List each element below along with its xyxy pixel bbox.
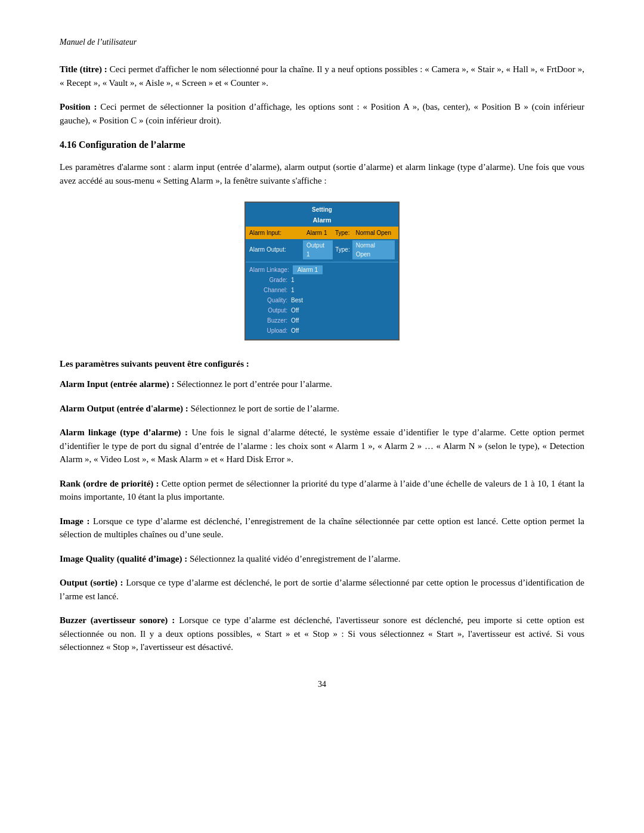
param-text-4: Lorsque ce type d’alarme est déclenché, …	[60, 516, 584, 540]
alarm-input-type-value: Normal Open	[352, 228, 394, 238]
linkage-row-5: Buzzer: Off	[249, 315, 395, 326]
position-label: Position :	[60, 102, 97, 112]
param-text-1: Sélectionnez le port de sortie de l’alar…	[188, 404, 339, 413]
title-text: Ceci permet d'afficher le nom sélectionn…	[60, 64, 584, 88]
linkage-label-6: Upload:	[249, 326, 291, 335]
linkage-row-0: Alarm Linkage: Alarm 1	[249, 265, 395, 275]
linkage-value-2: 1	[291, 286, 295, 295]
title-paragraph: Title (titre) : Ceci permet d'afficher l…	[60, 63, 584, 89]
alarm-output-type-label: Type:	[335, 245, 349, 254]
alarm-input-label: Alarm Input:	[249, 228, 303, 237]
page-number: 34	[60, 678, 584, 690]
param-label-5: Image Quality (qualité d’image) :	[60, 554, 187, 563]
alarm-screen: Setting Alarm Alarm Input: Alarm 1 Type:…	[244, 202, 400, 340]
alarm-output-label: Alarm Output:	[249, 245, 303, 254]
alarm-output-row: Alarm Output: Output 1 Type: Normal Open	[246, 239, 398, 261]
linkage-value-4: Off	[291, 306, 299, 315]
params-title: Les paramètres suivants peuvent être con…	[60, 357, 584, 371]
section-416-title: 4.16 Configuration de l’alarme	[60, 138, 584, 152]
position-text: Ceci permet de sélectionner la position …	[60, 102, 584, 125]
param-label-2: Alarm linkage (type d’alarme) :	[60, 428, 188, 437]
alarm-input-row: Alarm Input: Alarm 1 Type: Normal Open	[246, 227, 398, 239]
param-1: Alarm Output (entrée d'alarme) : Sélecti…	[60, 402, 584, 416]
linkage-label-1: Grade:	[249, 275, 291, 284]
param-4: Image : Lorsque ce type d’alarme est déc…	[60, 515, 584, 541]
param-label-0: Alarm Input (entrée alarme) :	[60, 379, 174, 389]
screen-title: Alarm	[246, 214, 398, 227]
linkage-value-3: Best	[291, 296, 303, 305]
screen-separator	[246, 262, 398, 262]
param-5: Image Quality (qualité d’image) : Sélect…	[60, 552, 584, 566]
param-text-5: Sélectionnez la qualité vidéo d’enregist…	[187, 554, 400, 563]
linkage-label-4: Output:	[249, 306, 291, 315]
param-text-6: Lorsque ce type d’alarme est déclenché, …	[60, 578, 584, 601]
linkage-label-0: Alarm Linkage:	[249, 265, 293, 274]
alarm-output-type-value: Normal Open	[352, 240, 395, 259]
document-header: Manuel de l’utilisateur	[60, 36, 584, 48]
linkage-row-1: Grade: 1	[249, 275, 395, 285]
param-label-7: Buzzer (avertisseur sonore) :	[60, 615, 175, 625]
linkage-label-3: Quality:	[249, 296, 291, 305]
linkage-value-5: Off	[291, 316, 299, 325]
param-label-6: Output (sortie) :	[60, 578, 123, 587]
section-416-intro: Les paramètres d'alarme sont : alarm inp…	[60, 160, 584, 187]
param-7: Buzzer (avertisseur sonore) : Lorsque ce…	[60, 614, 584, 654]
alarm-screen-container: Setting Alarm Alarm Input: Alarm 1 Type:…	[60, 202, 584, 340]
alarm-input-type-label: Type:	[335, 228, 349, 237]
param-2: Alarm linkage (type d’alarme) : Une fois…	[60, 426, 584, 466]
alarm-input-value: Alarm 1	[303, 228, 333, 238]
title-label: Title (titre) :	[60, 64, 107, 74]
linkage-row-3: Quality: Best	[249, 295, 395, 305]
param-6: Output (sortie) : Lorsque ce type d’alar…	[60, 576, 584, 603]
linkage-value-1: 1	[291, 275, 295, 284]
linkage-row-6: Upload: Off	[249, 326, 395, 336]
param-label-1: Alarm Output (entrée d'alarme) :	[60, 404, 188, 413]
linkage-row-4: Output: Off	[249, 305, 395, 315]
param-label-3: Rank (ordre de priorité) :	[60, 479, 159, 488]
linkage-row-2: Channel: 1	[249, 285, 395, 295]
param-0: Alarm Input (entrée alarme) : Sélectionn…	[60, 377, 584, 391]
param-3: Rank (ordre de priorité) : Cette option …	[60, 477, 584, 504]
linkage-value-0: Alarm 1	[293, 265, 323, 274]
screen-top-label: Setting	[246, 203, 398, 214]
position-paragraph: Position : Ceci permet de sélectionner l…	[60, 100, 584, 127]
linkage-section: Alarm Linkage: Alarm 1 Grade: 1 Channel:…	[246, 264, 398, 339]
linkage-label-5: Buzzer:	[249, 316, 291, 325]
param-label-4: Image :	[60, 516, 90, 526]
linkage-value-6: Off	[291, 326, 299, 335]
param-text-0: Sélectionnez le port d’entrée pour l’ala…	[174, 379, 332, 389]
linkage-label-2: Channel:	[249, 286, 291, 295]
alarm-output-value: Output 1	[303, 240, 333, 259]
